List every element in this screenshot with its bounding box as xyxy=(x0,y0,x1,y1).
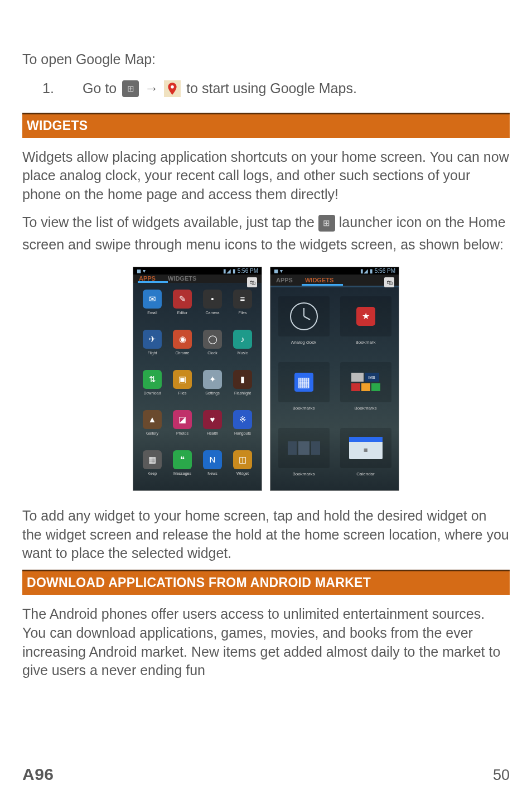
app-icon: ≡ xyxy=(233,290,252,309)
app-label: Widget xyxy=(236,471,249,475)
apps-screenshot: ◼ ▾ ▮◢ ▮ 5:56 PM APPS WIDGETS 🛍 ✉Email✎E… xyxy=(133,267,262,491)
widgets-para-3: To add any widget to your home screen, t… xyxy=(22,507,510,563)
screenshots-row: ◼ ▾ ▮◢ ▮ 5:56 PM APPS WIDGETS 🛍 ✉Email✎E… xyxy=(22,267,510,491)
widget-label: Calendar xyxy=(356,471,374,478)
app-label: Download xyxy=(143,391,161,395)
app-icon: ✉ xyxy=(143,290,162,309)
app-icon: ⇅ xyxy=(143,370,162,389)
status-right-2: ▮◢ ▮ 5:56 PM xyxy=(360,267,395,275)
app-icon: ♪ xyxy=(233,330,252,349)
app-cell: ❝Messages xyxy=(168,450,197,488)
intro-text: To open Google Map: xyxy=(22,50,510,69)
app-label: Flight xyxy=(147,351,157,355)
status-left: ◼ ▾ xyxy=(137,267,146,275)
app-icon: ▦ xyxy=(143,450,162,469)
app-label: Hangouts xyxy=(234,431,251,435)
app-icon: ◉ xyxy=(173,330,192,349)
google-maps-icon xyxy=(164,80,181,97)
shop-icon-2: 🛍 xyxy=(384,277,394,287)
status-right: ▮◢ ▮ 5:56 PM xyxy=(223,267,258,275)
app-cell: ✎Editor xyxy=(168,290,197,328)
app-cell: ◪Photos xyxy=(168,410,197,448)
app-label: Health xyxy=(207,431,218,435)
svg-line-3 xyxy=(304,316,310,320)
tab-bar: APPS WIDGETS 🛍 xyxy=(133,275,262,283)
widget-cell: Analog clock xyxy=(275,294,332,354)
download-para-1: The Android phones offer users access to… xyxy=(22,605,510,680)
widget-label: Bookmark xyxy=(355,340,375,346)
app-cell: ♪Music xyxy=(228,330,257,368)
app-cell: ▦Keep xyxy=(138,450,167,488)
app-cell: ✈Flight xyxy=(138,330,167,368)
step-num: 1. xyxy=(42,79,77,98)
app-icon: ✈ xyxy=(143,330,162,349)
app-icon: N xyxy=(203,450,222,469)
widget-label: Analog clock xyxy=(291,340,316,346)
widget-cell: ▦Calendar xyxy=(337,426,394,486)
widget-preview xyxy=(278,296,330,336)
app-label: Clock xyxy=(207,351,217,355)
app-cell: ▣Files xyxy=(168,370,197,408)
app-label: Editor xyxy=(177,311,187,315)
status-left-2: ◼ ▾ xyxy=(274,267,283,275)
active-tab-underline xyxy=(138,281,168,283)
app-label: News xyxy=(207,471,217,475)
app-cell: ▲Gallery xyxy=(138,410,167,448)
app-cell: ◯Clock xyxy=(198,330,227,368)
widgets-para-2a: To view the list of widgets available, j… xyxy=(22,214,318,230)
widget-preview xyxy=(278,428,330,468)
app-cell: ◫Widget xyxy=(228,450,257,488)
widget-cell: IMSBookmarks xyxy=(337,360,394,420)
app-icon: ※ xyxy=(233,410,252,429)
app-cell: NNews xyxy=(198,450,227,488)
app-icon: ❝ xyxy=(173,450,192,469)
tab-bar-2: APPS WIDGETS 🛍 xyxy=(270,275,399,286)
app-icon: ◯ xyxy=(203,330,222,349)
app-label: Camera xyxy=(206,311,220,315)
app-cell: ✉Email xyxy=(138,290,167,328)
widget-label: Bookmarks xyxy=(292,471,315,478)
status-bar: ◼ ▾ ▮◢ ▮ 5:56 PM xyxy=(133,267,262,275)
app-cell: ▮Flashlight xyxy=(228,370,257,408)
page-footer: A96 50 xyxy=(22,765,510,784)
widget-label: Bookmarks xyxy=(292,406,315,412)
apps-grid: ✉Email✎Editor•Camera≡Files✈Flight◉Chrome… xyxy=(138,290,257,488)
shop-icon: 🛍 xyxy=(247,277,257,287)
app-icon: ✎ xyxy=(173,290,192,309)
app-cell: ≡Files xyxy=(228,290,257,328)
tab-apps-2: APPS xyxy=(276,276,293,285)
app-icon: • xyxy=(203,290,222,309)
active-tab-underline-2 xyxy=(302,284,343,286)
app-drawer-icon: ⊞ xyxy=(122,80,139,97)
step-after: to start using Google Maps. xyxy=(186,79,357,98)
app-label: Photos xyxy=(176,431,188,435)
section-widgets-heading: WIDGETS xyxy=(22,113,510,138)
widget-preview: ★ xyxy=(340,296,391,336)
app-label: Flashlight xyxy=(234,391,251,395)
app-icon: ▣ xyxy=(173,370,192,389)
launcher-icon: ⊞ xyxy=(318,215,335,232)
app-cell: ✦Settings xyxy=(198,370,227,408)
app-icon: ▲ xyxy=(143,410,162,429)
widget-cell: ▦Bookmarks xyxy=(275,360,332,420)
app-icon: ✦ xyxy=(203,370,222,389)
app-icon: ▮ xyxy=(233,370,252,389)
app-cell: •Camera xyxy=(198,290,227,328)
app-cell: ⇅Download xyxy=(138,370,167,408)
app-label: Music xyxy=(238,351,248,355)
widget-label: Bookmarks xyxy=(354,406,376,412)
app-label: Gallery xyxy=(146,431,158,435)
widgets-para-2: To view the list of widgets available, j… xyxy=(22,211,510,256)
app-label: Email xyxy=(147,311,157,315)
widget-preview: IMS xyxy=(340,362,391,402)
widgets-para-1: Widgets allow placing application shortc… xyxy=(22,148,510,204)
status-bar-2: ◼ ▾ ▮◢ ▮ 5:56 PM xyxy=(270,267,399,275)
tab-widgets-2: WIDGETS xyxy=(305,276,333,285)
widgets-grid: Analog clock★Bookmark▦BookmarksIMSBookma… xyxy=(275,294,394,486)
widget-preview: ▦ xyxy=(278,362,330,402)
app-label: Messages xyxy=(173,471,191,475)
widget-preview: ▦ xyxy=(340,428,391,468)
widgets-screenshot: ◼ ▾ ▮◢ ▮ 5:56 PM APPS WIDGETS 🛍 Analog c… xyxy=(270,267,399,491)
app-cell: ※Hangouts xyxy=(228,410,257,448)
section-download-heading: DOWNLOAD APPLICATIONS FROM ANDROID MARKE… xyxy=(22,570,510,595)
